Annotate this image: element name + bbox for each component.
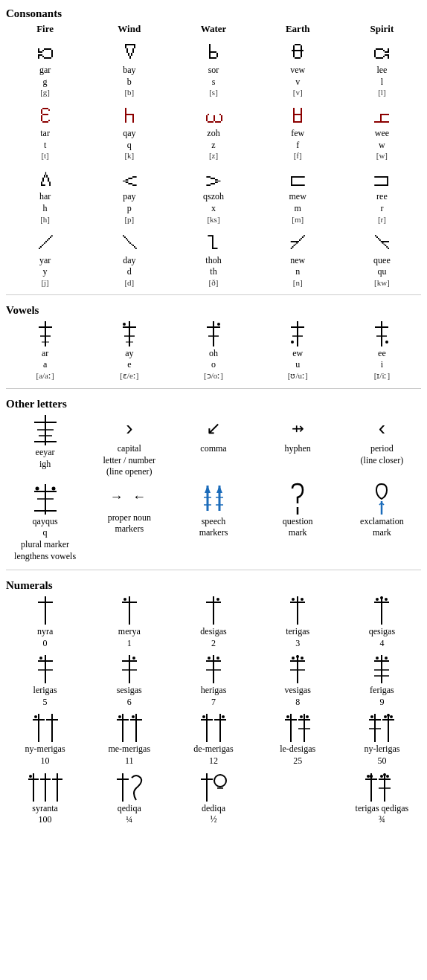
glyph-6 xyxy=(118,654,141,685)
glyph-ew xyxy=(286,320,309,348)
glyph-10 xyxy=(31,712,60,744)
glyph-eeyar xyxy=(31,413,60,447)
cell-ew: ewu [ʊ/uː] xyxy=(256,318,340,384)
cell-yar: 𝈺 yary [j] xyxy=(3,227,87,290)
consonant-row-2: 𝈡 tart [t] 𝈥 qayq [k] 𝈢 zohz [z] 𝈣 fewf … xyxy=(0,100,427,163)
cell-10: ny-merigas10 xyxy=(3,711,87,770)
cell-new: 𝈽 newn [n] xyxy=(256,227,340,290)
svg-point-80 xyxy=(376,657,379,660)
glyph-ar xyxy=(34,320,57,348)
cell-eeyar: eeyarigh xyxy=(3,412,87,481)
glyph-quee: 𝈾 xyxy=(370,228,393,255)
glyph-7 xyxy=(202,654,225,685)
divider-3 xyxy=(6,570,421,570)
cell-25: le-desigas25 xyxy=(256,711,340,770)
rom-25: le-desigas25 xyxy=(280,744,315,767)
cell-ay: aye [ɛ/eː] xyxy=(87,318,171,384)
svg-marker-33 xyxy=(205,486,211,493)
cell-mew: 𝈸 mewm [m] xyxy=(256,163,340,226)
glyph-3 xyxy=(286,595,309,626)
rom-thoh: thohth xyxy=(205,255,221,278)
rom-qay: qayq xyxy=(123,128,135,151)
cell-2: desigas2 xyxy=(171,593,255,652)
glyph-9 xyxy=(370,654,394,685)
other-row-1: eeyarigh › capitalletter / number(line o… xyxy=(0,412,427,481)
phon-vew: [v] xyxy=(293,88,303,97)
phon-oh: [ɔ/oː] xyxy=(204,371,223,381)
rom-few: fewf xyxy=(291,128,304,151)
other-section: Other letters eeyarigh › capit xyxy=(0,393,427,565)
rom-11: me-merigas11 xyxy=(108,744,150,767)
cell-vew: 𝈚 vewv [v] xyxy=(256,36,340,100)
rom-3: terigas3 xyxy=(286,626,309,649)
cell-quarter: qediqa¼ xyxy=(87,770,171,829)
cell-har: 𝈵 harh [h] xyxy=(3,163,87,226)
rom-mew: mewm xyxy=(289,191,306,214)
numeral-row-2: lerigas5 sesigas6 xyxy=(0,652,427,711)
cell-half: dediqa½ xyxy=(171,770,255,829)
glyph-pay: 𝈶 xyxy=(118,164,141,191)
cell-9: ferigas9 xyxy=(340,652,424,711)
svg-point-12 xyxy=(217,323,220,326)
glyph-tar: 𝈡 xyxy=(39,101,51,128)
glyph-ree: 𝈹 xyxy=(370,164,393,191)
label-hyphen: hyphen xyxy=(285,443,311,455)
label-qayqus: qayqusqplural markerlengthens vowels xyxy=(14,516,76,562)
glyph-question xyxy=(286,483,309,516)
glyph-vew: 𝈚 xyxy=(292,38,304,65)
svg-point-129 xyxy=(214,775,226,787)
cell-wee: 𝈦 weew [w] xyxy=(340,100,424,163)
header-water: Water xyxy=(171,22,255,36)
cell-capital: › capitalletter / number(line opener) xyxy=(87,412,171,481)
glyph-three-quarters xyxy=(364,772,399,803)
header-spirit: Spirit xyxy=(340,22,424,36)
rom-bay: bayb xyxy=(123,65,135,88)
svg-point-30 xyxy=(35,486,39,490)
rom-sor: sors xyxy=(208,65,219,88)
phon-bay: [b] xyxy=(124,88,134,97)
svg-point-8 xyxy=(123,323,126,326)
glyph-qszoh: 𝈷 xyxy=(202,164,225,191)
glyph-zoh: 𝈢 xyxy=(202,101,225,128)
phon-qszoh: [ks] xyxy=(207,215,219,224)
rom-ay: aye xyxy=(125,348,133,371)
glyph-yar: 𝈺 xyxy=(34,228,57,255)
svg-point-137 xyxy=(380,775,383,778)
divider-2 xyxy=(6,388,421,389)
phon-zoh: [z] xyxy=(209,151,218,160)
cell-qayqus: qayqusqplural markerlengthens vowels xyxy=(3,481,87,565)
cell-tar: 𝈡 tart [t] xyxy=(3,100,87,163)
cell-50: ny-lerigas50 xyxy=(340,711,424,770)
rom-wee: weew xyxy=(375,128,389,151)
svg-point-74 xyxy=(292,657,295,660)
rom-ew: ewu xyxy=(292,348,303,371)
cell-bay: 𝈔 bayb [b] xyxy=(87,36,171,100)
svg-point-65 xyxy=(132,657,135,660)
rom-6: sesigas6 xyxy=(117,685,142,708)
cell-ree: 𝈹 reer [r] xyxy=(340,163,424,226)
glyph-4 xyxy=(370,595,394,626)
cell-ar: ara [a/aː] xyxy=(3,318,87,384)
rom-5: lerigas5 xyxy=(33,685,57,708)
rom-9: ferigas9 xyxy=(370,685,394,708)
glyph-quarter xyxy=(115,772,144,803)
cell-qszoh: 𝈷 qszohx [ks] xyxy=(171,163,255,226)
phon-pay: [p] xyxy=(124,215,134,224)
svg-marker-37 xyxy=(216,486,222,493)
cell-day: 𝈻 dayd [d] xyxy=(87,227,171,290)
cell-quee: 𝈾 queequ [kw] xyxy=(340,227,424,290)
glyph-5 xyxy=(33,654,57,685)
label-capital: capitalletter / number(line opener) xyxy=(103,443,155,478)
rom-tar: tart xyxy=(40,128,50,151)
cell-11: me-merigas11 xyxy=(87,711,171,770)
rom-8: vesigas8 xyxy=(285,685,311,708)
svg-point-57 xyxy=(380,596,383,599)
rom-har: harh xyxy=(39,191,51,214)
svg-point-106 xyxy=(300,715,303,718)
svg-point-138 xyxy=(386,775,389,778)
svg-point-99 xyxy=(202,715,205,718)
glyph-day: 𝈻 xyxy=(118,228,141,255)
svg-point-81 xyxy=(385,657,388,660)
glyph-lee: 𝈝 xyxy=(370,38,394,65)
phon-ay: [ɛ/eː] xyxy=(120,371,138,381)
